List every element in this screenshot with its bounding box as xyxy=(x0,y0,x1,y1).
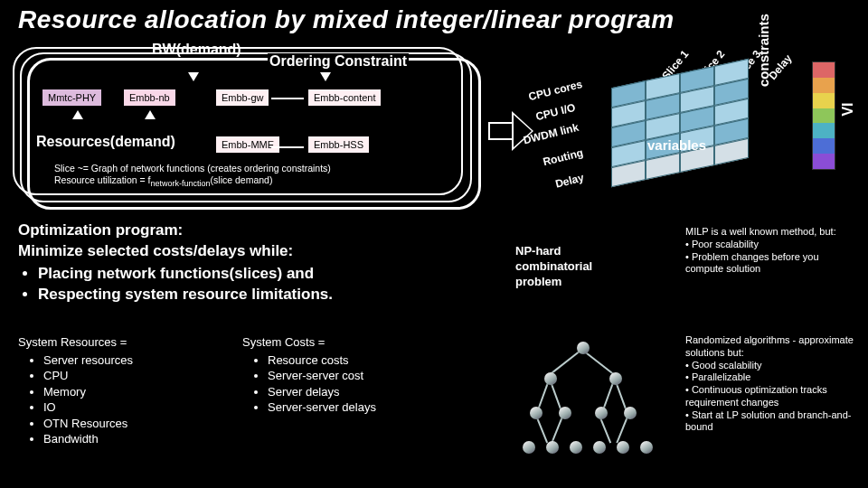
note-subscript: network-function xyxy=(151,179,211,188)
resources-demand-label: Resources(demand) xyxy=(36,134,175,150)
arrow-right-icon xyxy=(271,98,304,99)
panel-footnote: Slice ~= Graph of network functions (cre… xyxy=(54,163,331,189)
matrix-cells xyxy=(611,59,749,187)
sysres-item: CPU xyxy=(43,368,235,384)
matrix-3d: Slice 1 Slice 2 Slice 3 Delay CPU cores … xyxy=(535,50,788,212)
ordering-constraint-label: Ordering Constraint xyxy=(268,53,409,70)
vi-label: VI xyxy=(840,102,856,116)
color-legend xyxy=(812,61,835,170)
milp-bullet: • Problem changes before you compute sol… xyxy=(685,251,857,277)
milp-bullet: • Poor scalability xyxy=(685,239,857,251)
page-title: Resource allocation by mixed integer/lin… xyxy=(18,5,675,34)
opt-line1: Optimization program: xyxy=(18,221,477,241)
randomized-note: Randomized algorithms - approximate solu… xyxy=(685,334,859,434)
rand-bullet: • Good scalability xyxy=(685,360,859,372)
nphard-l3: problem xyxy=(515,275,561,288)
sysres-item: Memory xyxy=(43,384,235,400)
np-hard-label: NP-hard combinatorial problem xyxy=(515,244,592,290)
node-mmtc-phy: Mmtc-PHY xyxy=(42,89,102,107)
rand-bullet: • Continuous optimization tracks require… xyxy=(685,384,859,409)
slide: Resource allocation by mixed integer/lin… xyxy=(0,0,868,488)
syscost-item: Server-server cost xyxy=(268,368,459,384)
arrow-down-icon xyxy=(320,72,331,81)
row-delay: Delay xyxy=(554,171,585,190)
system-costs: System Costs = Resource costs Server-ser… xyxy=(242,334,459,416)
milp-note: MILP is a well known method, but: • Poor… xyxy=(685,226,857,276)
milp-line1: MILP is a well known method, but: xyxy=(685,226,857,239)
arrow-down-icon xyxy=(188,72,199,81)
row-routing: Routing xyxy=(542,146,584,169)
sysres-item: IO xyxy=(43,399,235,416)
arrow-up-icon xyxy=(72,110,83,119)
sysres-title: System Resources = xyxy=(18,334,235,351)
arrow-right-icon xyxy=(271,146,304,148)
note-line1: Slice ~= Graph of network functions (cre… xyxy=(54,163,331,174)
node-embb-nb: Embb-nb xyxy=(123,89,176,107)
syscost-item: Server delays xyxy=(268,384,459,400)
variables-label: variables xyxy=(647,137,706,153)
bw-demand-label: BW(demand) xyxy=(152,42,241,58)
sysres-item: Server resources xyxy=(43,352,235,369)
optimization-block: Optimization program: Minimize selected … xyxy=(18,221,477,305)
note-line2b: (slice demand) xyxy=(211,174,273,185)
node-embb-content: Embb-content xyxy=(307,89,382,107)
sysres-item: Bandwidth xyxy=(43,431,235,447)
syscost-item: Server-server delays xyxy=(268,399,459,416)
node-embb-hss: Embb-HSS xyxy=(307,136,370,154)
graph-icon xyxy=(517,334,662,461)
node-embb-gw: Embb-gw xyxy=(215,89,269,107)
opt-bullet-1: Placing network functions(slices) and xyxy=(38,264,477,285)
syscost-item: Resource costs xyxy=(268,352,459,369)
rand-bullet: • Start at LP solution and branch-and-bo… xyxy=(685,409,859,435)
nphard-l2: combinatorial xyxy=(515,259,592,273)
sysres-item: OTN Resources xyxy=(43,416,235,432)
row-cpu-io: CPU I/O xyxy=(534,101,577,123)
node-embb-mme: Embb-MME xyxy=(215,136,280,154)
system-resources: System Resources = Server resources CPU … xyxy=(18,334,235,447)
arrow-up-icon xyxy=(145,110,156,119)
opt-line2: Minimize selected costs/delays while: xyxy=(18,241,477,262)
opt-bullet-2: Respecting system resource limitations. xyxy=(38,285,477,305)
nphard-l1: NP-hard xyxy=(515,244,561,258)
syscost-title: System Costs = xyxy=(242,334,459,351)
row-cpu-cores: CPU cores xyxy=(527,78,583,103)
rand-bullet: • Parallelizable xyxy=(685,371,859,384)
rand-line1: Randomized algorithms - approximate solu… xyxy=(685,334,859,360)
constraints-label: constraints xyxy=(756,14,771,87)
note-line2a: Resource utilization = f xyxy=(54,174,151,185)
